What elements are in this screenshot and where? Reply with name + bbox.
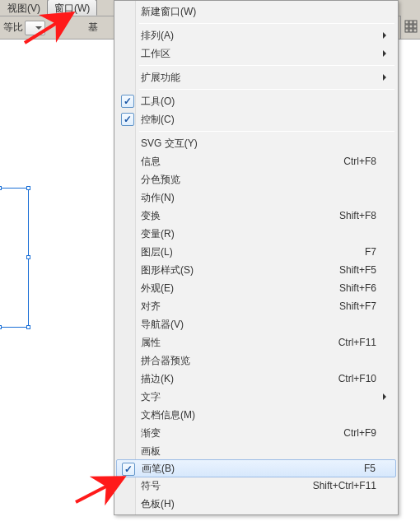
- menu-item[interactable]: 排列(A): [116, 26, 396, 44]
- menu-item[interactable]: 渐变Ctrl+F9: [116, 424, 396, 442]
- menu-separator: [139, 23, 394, 24]
- menu-item-label: 对齐: [141, 300, 161, 314]
- menu-separator: [139, 89, 394, 90]
- menu-item[interactable]: 画板: [116, 442, 396, 460]
- menu-item[interactable]: 信息Ctrl+F8: [116, 152, 396, 170]
- menu-item-label: 动作(N): [141, 191, 175, 205]
- menu-item-shortcut: Shift+Ctrl+F11: [313, 480, 376, 491]
- handle-bottom[interactable]: [0, 325, 2, 329]
- svg-rect-6: [405, 29, 408, 32]
- menu-item-label: 分色预览: [141, 173, 180, 187]
- menu-item-shortcut: Ctrl+F11: [338, 337, 376, 348]
- menu-item-shortcut: F7: [365, 246, 376, 258]
- menu-item-label: 变换: [141, 209, 161, 223]
- menu-item-label: 信息: [141, 155, 161, 169]
- menu-item-label: 变量(R): [141, 227, 175, 241]
- menu-item-label: 扩展功能: [141, 71, 180, 85]
- menu-item-shortcut: Shift+F5: [339, 264, 376, 276]
- handle-right[interactable]: [26, 255, 30, 259]
- handle-top-right[interactable]: [26, 186, 30, 190]
- submenu-arrow-icon: [383, 74, 390, 81]
- menu-item[interactable]: ✓画笔(B)F5: [116, 459, 396, 477]
- menu-item[interactable]: 文字: [116, 388, 396, 406]
- check-icon: ✓: [121, 113, 134, 126]
- svg-rect-7: [409, 29, 413, 32]
- menu-item[interactable]: 新建窗口(W): [116, 2, 396, 21]
- basic-label-fragment: 基: [88, 21, 98, 35]
- check-icon: ✓: [121, 95, 134, 108]
- menu-item-label: 工作区: [141, 47, 170, 61]
- menu-item-label: 文字: [141, 390, 161, 404]
- menu-item-label: 图形样式(S): [141, 263, 194, 277]
- submenu-arrow-icon: [383, 50, 390, 57]
- handle-top[interactable]: [0, 186, 2, 190]
- menu-item-label: 画笔(B): [142, 462, 175, 476]
- menu-item-shortcut: Shift+F7: [339, 300, 376, 312]
- menu-item[interactable]: 变量(R): [116, 225, 396, 243]
- svg-rect-2: [413, 21, 417, 24]
- menu-item-label: SVG 交互(Y): [141, 137, 198, 151]
- menu-item-label: 图层(L): [141, 245, 173, 259]
- menu-item-label: 导航器(V): [141, 318, 184, 332]
- menu-item[interactable]: 扩展功能: [116, 68, 396, 86]
- menu-item-shortcut: Ctrl+F10: [338, 373, 376, 384]
- svg-rect-4: [409, 25, 413, 28]
- menu-item[interactable]: 工作区: [116, 44, 396, 63]
- svg-rect-5: [413, 25, 417, 28]
- menu-item[interactable]: 图形样式(S)Shift+F5: [116, 261, 396, 279]
- menu-item-label: 符号: [141, 479, 161, 493]
- submenu-arrow-icon: [383, 32, 390, 39]
- menu-item[interactable]: 属性Ctrl+F11: [116, 333, 396, 351]
- menu-item-shortcut: F5: [364, 463, 376, 474]
- selection-rectangle[interactable]: [0, 188, 29, 328]
- menu-item[interactable]: 描边(K)Ctrl+F10: [116, 370, 396, 388]
- menu-item-label: 控制(C): [141, 113, 175, 127]
- svg-rect-3: [405, 25, 408, 28]
- menu-item[interactable]: 对齐Shift+F7: [116, 297, 396, 315]
- panel-grid-icon: [404, 20, 418, 33]
- menu-item-label: 新建窗口(W): [141, 5, 196, 19]
- ratio-select[interactable]: [25, 21, 45, 35]
- svg-rect-8: [413, 29, 417, 32]
- menu-item-label: 画板: [141, 445, 161, 459]
- menu-item[interactable]: 文档信息(M): [116, 406, 396, 424]
- menu-item[interactable]: 动作(N): [116, 189, 396, 207]
- menu-item-shortcut: Ctrl+F9: [343, 427, 376, 439]
- handle-bottom-right[interactable]: [26, 325, 30, 329]
- menu-item-label: 工具(O): [141, 95, 175, 109]
- menu-item[interactable]: 拼合器预览: [116, 351, 396, 370]
- menu-item-label: 渐变: [141, 426, 161, 440]
- ratio-label: 等比: [3, 21, 23, 35]
- menu-item-label: 属性: [141, 336, 161, 350]
- submenu-arrow-icon: [383, 393, 390, 400]
- menu-item[interactable]: 分色预览: [116, 170, 396, 189]
- menu-item-shortcut: Shift+F6: [339, 282, 376, 294]
- menu-view[interactable]: 视图(V): [1, 0, 47, 16]
- ratio-control[interactable]: 等比: [3, 21, 45, 35]
- menu-item-label: 描边(K): [141, 372, 174, 386]
- menu-separator: [139, 65, 394, 66]
- window-menu-dropdown: 新建窗口(W)排列(A)工作区扩展功能✓工具(O)✓控制(C)SVG 交互(Y)…: [114, 0, 399, 515]
- menu-item-label: 外观(E): [141, 282, 174, 296]
- menu-item[interactable]: 色板(H): [116, 495, 396, 513]
- menu-separator: [139, 131, 394, 132]
- menu-item[interactable]: 导航器(V): [116, 315, 396, 333]
- right-panel-toggle[interactable]: [400, 16, 420, 40]
- svg-rect-1: [409, 21, 413, 24]
- menu-item[interactable]: 符号Shift+Ctrl+F11: [116, 477, 396, 495]
- menu-item-shortcut: Ctrl+F8: [343, 156, 376, 167]
- menu-item-shortcut: Shift+F8: [339, 210, 376, 221]
- menu-item[interactable]: 变换Shift+F8: [116, 207, 396, 225]
- menu-item[interactable]: 外观(E)Shift+F6: [116, 279, 396, 297]
- menu-window[interactable]: 窗口(W): [47, 0, 97, 16]
- menu-item[interactable]: ✓工具(O): [116, 92, 396, 110]
- menu-item[interactable]: ✓控制(C): [116, 110, 396, 128]
- check-icon: ✓: [122, 463, 135, 476]
- menu-item[interactable]: SVG 交互(Y): [116, 134, 396, 152]
- menu-item[interactable]: 图层(L)F7: [116, 243, 396, 261]
- menu-item-label: 文档信息(M): [141, 408, 195, 422]
- menu-item-label: 色板(H): [141, 497, 175, 511]
- svg-rect-0: [405, 21, 408, 24]
- menu-item-label: 拼合器预览: [141, 354, 190, 368]
- menu-item-label: 排列(A): [141, 29, 174, 43]
